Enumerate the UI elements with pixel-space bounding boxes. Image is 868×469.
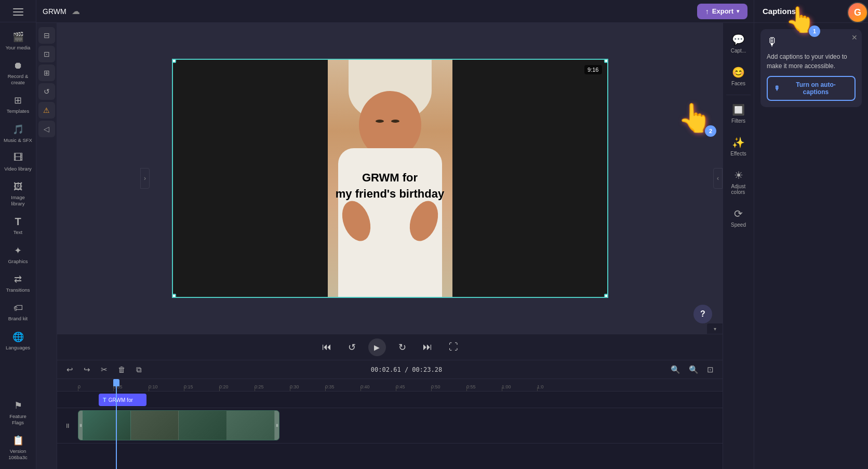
sidebar-item-label-version: Version106ba3c [8, 448, 27, 460]
sidebar-item-label-record: Record &create [8, 73, 29, 85]
sidebar-item-feature-flags[interactable]: ⚑ FeatureFlags [0, 396, 36, 429]
resize-button[interactable]: ⊞ [38, 64, 55, 81]
text-clip[interactable]: T GRWM for [99, 394, 146, 406]
corner-handle-bl[interactable] [172, 294, 176, 298]
sidebar-item-record-create[interactable]: ⏺ Record &create [0, 56, 36, 89]
video-library-icon: 🎞 [12, 152, 24, 164]
filters-tool-icon: 🔲 [732, 103, 745, 116]
video-clip[interactable] [78, 410, 279, 440]
video-clip-thumbnails [83, 411, 275, 440]
timeline-body: 0 0:05 0:10 0:15 0:20 0:25 0:30 0:35 0:4… [57, 379, 723, 469]
sidebar-item-languages[interactable]: 🌐 Languages [0, 327, 36, 355]
adjust-colors-icon: ☀ [732, 169, 745, 181]
aspect-ratio-button[interactable]: ⊟ [38, 27, 55, 44]
playhead-head [113, 379, 119, 386]
speed-tool-label: Speed [731, 222, 746, 228]
sidebar-item-image-library[interactable]: 🖼 Imagelibrary [0, 177, 36, 211]
corner-handle-tr[interactable] [604, 59, 608, 63]
sidebar-item-templates[interactable]: ⊞ Templates [0, 90, 36, 118]
hamburger-menu-icon[interactable] [13, 8, 23, 16]
sidebar-item-label-text: Text [14, 229, 22, 235]
right-tool-effects[interactable]: ✨ Effects [726, 131, 750, 162]
sidebar-item-label-video-library: Video library [4, 166, 32, 172]
collapse-left-button[interactable]: › [140, 168, 150, 189]
auto-captions-icon: 🎙 [774, 85, 780, 92]
clip-handle-left[interactable] [78, 411, 83, 440]
brand-kit-icon: 🏷 [12, 302, 24, 314]
sidebar-item-label-templates: Templates [7, 108, 29, 114]
text-clip-icon: T [103, 397, 106, 403]
clip-handle-right[interactable] [275, 411, 279, 440]
help-button[interactable]: ? [693, 305, 712, 323]
sidebar-item-brand-kit[interactable]: 🏷 Brand kit [0, 298, 36, 325]
sub-toolbar: ⊟ ⊡ ⊞ ↺ ⚠ ◁ [36, 23, 57, 469]
delete-button[interactable]: 🗑 [115, 363, 129, 376]
editor-body: ⊟ ⊡ ⊞ ↺ ⚠ ◁ › [36, 23, 754, 469]
rewind-5s-button[interactable]: ↺ [344, 340, 360, 355]
sidebar-item-label-your-media: Your media [6, 45, 31, 50]
ruler-mark-3: 0:15 [184, 379, 219, 391]
duplicate-button[interactable]: ⧉ [133, 363, 145, 376]
sidebar-item-version[interactable]: 📋 Version106ba3c [0, 431, 36, 464]
right-tool-faces[interactable]: 😊 Faces [727, 61, 750, 92]
warning-button[interactable]: ⚠ [38, 102, 55, 119]
thumb-2 [131, 411, 179, 440]
cut-button[interactable]: ✂ [98, 363, 111, 376]
thumb-4 [227, 411, 275, 440]
collapse-right-button[interactable]: ‹ [713, 168, 723, 189]
redo-button[interactable]: ↪ [81, 363, 94, 376]
captions-popup-close-button[interactable]: ✕ [851, 33, 858, 42]
skip-to-end-button[interactable]: ⏭ [419, 340, 436, 355]
sidebar-item-label-languages: Languages [6, 345, 30, 350]
auto-captions-button[interactable]: 🎙 Turn on auto-captions [767, 76, 856, 101]
play-pause-button[interactable]: ▶ [368, 338, 386, 356]
sidebar-item-graphics[interactable]: ✦ Graphics [0, 241, 36, 268]
crop-button[interactable]: ⊡ [38, 46, 55, 62]
sidebar-item-video-library[interactable]: 🎞 Video library [0, 148, 36, 176]
right-tool-speed[interactable]: ⟳ Speed [727, 202, 750, 233]
skip-to-start-button[interactable]: ⏮ [318, 340, 336, 355]
export-chevron-icon: ▾ [737, 8, 739, 14]
right-tool-filters[interactable]: 🔲 Filters [727, 98, 750, 129]
sidebar-item-label-transitions: Transitions [6, 287, 30, 293]
cloud-save-icon: ☁ [72, 6, 80, 16]
ruler-mark-2: 0:10 [149, 379, 184, 391]
sidebar-item-transitions[interactable]: ⇄ Transitions [0, 269, 36, 297]
version-icon: 📋 [12, 435, 24, 446]
export-label: Export [712, 7, 733, 15]
zoom-in-button[interactable]: 🔍 [686, 364, 701, 375]
fit-timeline-button[interactable]: ⊡ [704, 364, 716, 375]
image-library-icon: 🖼 [12, 181, 24, 192]
sidebar-item-your-media[interactable]: 🎬 Your media [0, 27, 36, 55]
forward-5s-button[interactable]: ↻ [394, 340, 410, 355]
video-track-row: ⏸ [57, 408, 723, 444]
fullscreen-button[interactable]: ⛶ [445, 340, 462, 355]
text-direction-button[interactable]: ◁ [38, 121, 55, 137]
sidebar-item-music-sfx[interactable]: 🎵 Music & SFX [0, 120, 36, 147]
undo-button[interactable]: ↩ [63, 363, 76, 376]
zoom-out-button[interactable]: 🔍 [668, 364, 683, 375]
music-icon: 🎵 [12, 124, 24, 135]
timeline-area: ↩ ↪ ✂ 🗑 ⧉ 00:02.61 / 00:23.28 🔍 🔍 [57, 360, 723, 469]
speed-tool-icon: ⟳ [732, 207, 745, 220]
ruler-mark-5: 0:25 [255, 379, 290, 391]
transform-button[interactable]: ↺ [38, 83, 55, 100]
caption-line2: my friend's birthday [336, 186, 444, 202]
aspect-ratio-badge: 9:16 [584, 65, 602, 74]
right-tool-adjust-colors[interactable]: ☀ Adjustcolors [727, 164, 750, 200]
export-button[interactable]: ↑ Export ▾ [697, 4, 747, 19]
captions-tool-label: Capt... [731, 48, 746, 54]
track-pause-button[interactable]: ⏸ [64, 422, 71, 429]
corner-handle-br[interactable] [604, 294, 608, 298]
right-tool-captions[interactable]: 💬 Capt... [727, 28, 750, 59]
corner-handle-tl[interactable] [172, 59, 176, 63]
sidebar-item-text[interactable]: T Text [0, 212, 36, 239]
ruler-mark-13: 1:0 [537, 379, 572, 391]
playhead[interactable] [116, 379, 117, 469]
canvas-preview: GRWM for my friend's birthday 9:16 [172, 59, 608, 298]
effects-tool-icon: ✨ [732, 136, 745, 149]
video-caption: GRWM for my friend's birthday [336, 170, 444, 202]
thumb-1 [83, 411, 131, 440]
timeline-tracks[interactable]: 0 0:05 0:10 0:15 0:20 0:25 0:30 0:35 0:4… [57, 379, 723, 469]
captions-description: Add captions to your video to make it mo… [767, 52, 856, 71]
